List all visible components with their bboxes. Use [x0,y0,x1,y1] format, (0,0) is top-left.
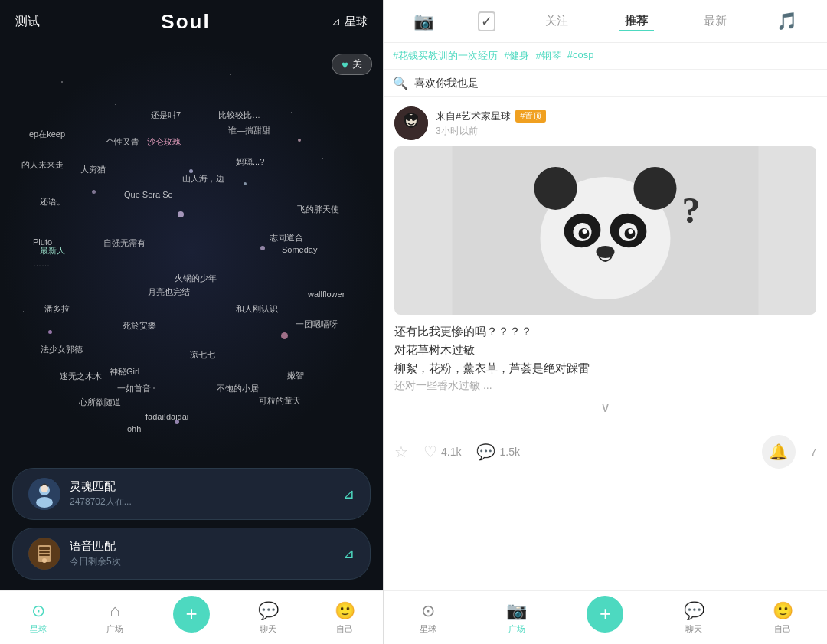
post-pinned: #置顶 [515,110,546,123]
star-label[interactable]: 死於安樂 [123,320,156,332]
star-label-newest[interactable]: 最新人 [40,245,65,257]
star-label[interactable]: 还语。 [40,196,65,208]
xingqiu-label: 星球 [30,623,47,635]
music-icon[interactable]: 🎵 [776,11,797,31]
right-nav-chat[interactable]: 💬 聊天 [649,601,738,635]
star-label[interactable]: 迷无之木木 [60,371,102,382]
star-label[interactable]: fadai!daidai [145,412,188,421]
star-label[interactable]: 一如首音 [117,383,151,394]
plus-button[interactable]: + [173,596,210,633]
nav-item-chat[interactable]: 💬 聊天 [230,601,306,635]
tab-follow[interactable]: 关注 [539,11,574,31]
star-label[interactable]: 和人刚认识 [236,303,278,315]
star-label[interactable]: 志同道合 [270,232,303,244]
hashtag-4[interactable]: #cosp [567,49,594,63]
filter-button[interactable]: ⊿ 星球 [332,15,368,29]
star-label[interactable]: Someday [282,245,317,254]
voice-match-button[interactable]: 语音匹配 今日剩余5次 ⊿ [12,528,371,580]
star-node[interactable] [281,332,288,339]
star-label[interactable]: 一团嗯嗝呀 [296,319,338,330]
like-count: 4.1k [441,446,461,458]
svg-point-30 [629,229,633,234]
star-label[interactable]: 心所欲随道 [79,397,121,408]
star-action[interactable]: ☆ [394,443,408,461]
nav-item-guangchang[interactable]: ⌂ 广场 [77,601,153,635]
star-node[interactable] [48,330,52,334]
right-plus-button[interactable]: + [587,596,623,633]
follow-button[interactable]: ♥ 关 [332,54,372,75]
star-label[interactable]: 可粒的童天 [259,395,301,407]
heart-icon: ♥ [342,58,348,71]
star-label[interactable]: …… [33,259,50,268]
star-label[interactable]: wallflower [308,289,345,299]
star-label[interactable]: ep在keep [29,129,65,140]
like-action[interactable]: ♡ 4.1k [423,443,461,461]
star-label[interactable]: Que Sera Se [124,190,173,199]
star-label[interactable]: 月亮也完结 [148,286,190,298]
star-label[interactable]: 山人海，边 [182,173,224,185]
star-label[interactable]: 法少女郭德 [41,344,83,355]
star-label[interactable]: 个性又青 [106,136,139,148]
svg-rect-8 [39,547,50,550]
camera-icon[interactable]: 📷 [414,11,434,31]
star-label[interactable]: 沙仑玫瑰 [147,136,181,148]
star-label[interactable]: 神秘Girl [110,366,139,378]
right-nav-plus[interactable]: + [561,596,650,640]
star-label[interactable]: 不饱的小居 [217,383,259,394]
guangchang-label: 广场 [106,623,123,635]
hashtag-3[interactable]: #钢琴 [535,49,561,63]
star-label[interactable]: ohh [127,424,141,433]
voice-match-info: 语音匹配 今日剩余5次 [70,539,334,568]
right-guangchang-label: 广场 [508,623,525,635]
bg-star [61,81,63,83]
right-nav-xingqiu[interactable]: ⊙ 星球 [384,601,472,635]
star-label[interactable]: 妈聪...? [236,156,264,168]
star-node[interactable] [260,246,265,250]
star-label[interactable]: 大穷猫 [80,164,106,175]
search-icon: 🔍 [393,76,408,90]
comment-action[interactable]: 💬 1.5k [476,443,519,461]
star-map[interactable]: ♥ 关 还是叫7 比较较比… ep在keep 个性又青 沙仑玫瑰 谁—揣甜甜 的… [0,43,383,460]
soul-match-avatar [28,478,60,510]
check-icon[interactable]: ✓ [478,11,495,31]
search-bar[interactable]: 🔍 喜欢你我也是 [384,70,827,97]
right-nav-guangchang[interactable]: 📷 广场 [472,601,561,635]
xingqiu-icon: ⊙ [31,601,45,621]
star-label[interactable]: 谁—揣甜甜 [228,125,270,136]
chat-icon: 💬 [258,601,279,621]
star-label[interactable]: 潘多拉 [44,303,70,315]
nav-item-xingqiu[interactable]: ⊙ 星球 [0,601,77,635]
star-node[interactable] [92,190,96,194]
tab-latest[interactable]: 最新 [698,11,733,31]
nav-item-plus[interactable]: + [153,596,230,640]
post-card[interactable]: 来自#艺术家星球 #置顶 3小时以前 [384,97,827,590]
star-label[interactable]: 自强无需有 [103,237,145,249]
star-label[interactable]: 的人来来走 [21,159,64,171]
right-nav-self[interactable]: 🙂 自己 [738,601,827,635]
hashtag-1[interactable]: #花钱买教训的一次经历 [393,49,498,63]
star-label[interactable]: 飞的胖天使 [297,204,339,215]
post-expand-icon[interactable]: ∨ [384,394,827,420]
right-chat-label: 聊天 [685,623,702,635]
soul-match-button[interactable]: 灵魂匹配 2478702人在... ⊿ [12,468,371,520]
star-node[interactable] [244,182,247,185]
star-label[interactable]: 比较较比… [218,110,260,121]
chat-label: 聊天 [260,623,276,635]
star-label[interactable]: 还是叫7 [151,110,181,121]
hashtag-2[interactable]: #健身 [504,49,529,63]
star-label[interactable]: 凉七七 [190,349,215,361]
star-label[interactable]: 火锅的少年 [175,273,217,284]
hashtags-bar: #花钱买教训的一次经历 #健身 #钢琴 #cosp [384,43,827,70]
svg-point-11 [42,558,47,563]
voice-match-filter-icon[interactable]: ⊿ [343,545,355,562]
star-node[interactable] [178,211,184,217]
soul-match-filter-icon[interactable]: ⊿ [343,485,355,502]
star-node[interactable] [298,139,301,142]
share-float-button[interactable]: 🔔 [762,435,796,469]
tab-recommend[interactable]: 推荐 [619,11,654,31]
post-line-4: 还对一些香水过敏 ... [394,378,816,394]
right-guangchang-icon: 📷 [506,601,527,621]
star-label[interactable]: 嫩智 [287,370,304,381]
nav-item-self[interactable]: 🙂 自己 [306,601,383,635]
post-avatar[interactable] [394,106,428,140]
